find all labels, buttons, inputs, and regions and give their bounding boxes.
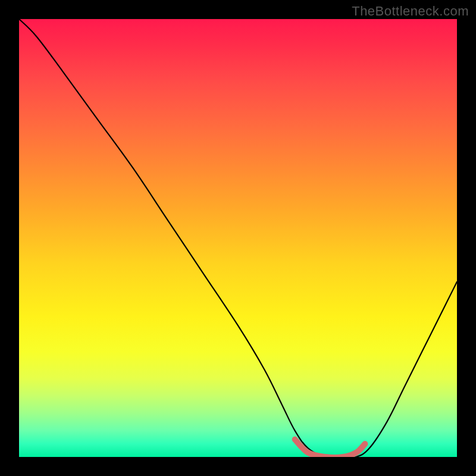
- bottleneck-curve: [19, 19, 457, 457]
- curve-layer: [19, 19, 457, 457]
- optimal-band: [295, 440, 365, 457]
- watermark-text: TheBottleneck.com: [352, 4, 469, 19]
- plot-area: [19, 19, 457, 457]
